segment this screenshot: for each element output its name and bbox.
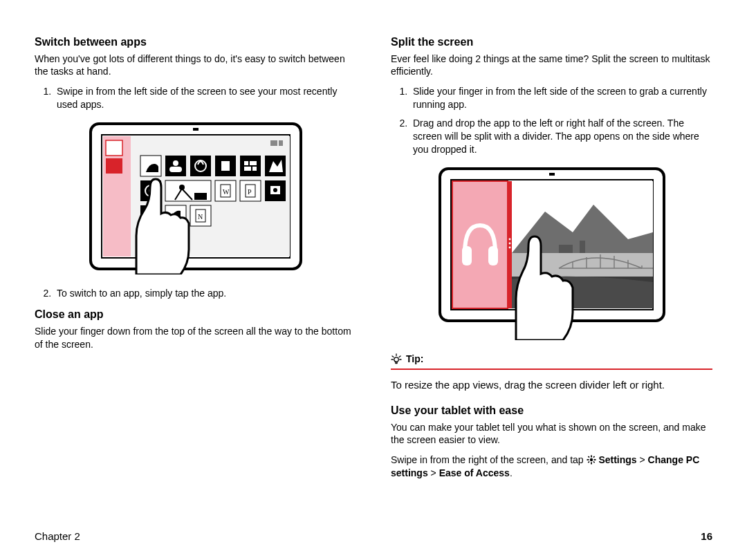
svg-rect-17	[240, 156, 261, 176]
svg-point-37	[273, 188, 277, 192]
gear-icon	[587, 455, 596, 465]
svg-rect-2	[193, 128, 199, 131]
heading-close-app: Close an app	[35, 307, 356, 322]
svg-rect-56	[559, 245, 573, 254]
svg-rect-79	[593, 459, 596, 460]
svg-rect-81	[593, 461, 595, 463]
figure-split-screen	[434, 163, 670, 340]
svg-rect-49	[488, 246, 498, 265]
tip-icon	[391, 353, 402, 364]
svg-point-51	[508, 238, 510, 240]
svg-rect-77	[591, 463, 592, 465]
tip-divider	[391, 368, 712, 370]
svg-point-53	[508, 246, 510, 248]
svg-rect-8	[279, 140, 283, 146]
step-tap-app: To switch to an app, simply tap the app.	[54, 287, 356, 300]
svg-line-70	[399, 356, 400, 357]
svg-rect-48	[462, 246, 472, 265]
svg-line-69	[392, 356, 394, 357]
svg-rect-80	[587, 456, 589, 458]
svg-rect-18	[244, 161, 248, 165]
tip-label: Tip:	[406, 353, 423, 366]
page-number: 16	[701, 530, 712, 542]
svg-rect-28	[194, 193, 207, 200]
bold-settings: Settings	[598, 454, 636, 465]
figure-switch-apps: W P N	[85, 118, 306, 274]
bold-ease-access: Ease of Access	[439, 467, 510, 478]
tip-heading: Tip:	[391, 353, 712, 366]
svg-rect-57	[580, 241, 585, 254]
svg-rect-16	[221, 161, 230, 171]
heading-switch-apps: Switch between apps	[35, 35, 356, 50]
svg-rect-83	[587, 461, 589, 463]
chapter-label: Chapter 2	[35, 530, 80, 542]
para-ease-intro: You can make your tablet tell you what i…	[391, 421, 712, 447]
svg-text:P: P	[248, 188, 252, 196]
page-footer: Chapter 2 16	[35, 530, 712, 542]
svg-rect-46	[452, 181, 508, 308]
svg-rect-76	[591, 456, 592, 458]
svg-text:W: W	[223, 188, 230, 196]
para-switch-intro: When you've got lots of different things…	[35, 53, 356, 79]
step-slide-grab: Slide your finger in from the left side …	[410, 85, 712, 111]
svg-rect-5	[106, 158, 122, 174]
para-ease-path: Swipe in from the right of the screen, a…	[391, 454, 712, 480]
svg-rect-45	[549, 173, 555, 176]
svg-rect-12	[169, 167, 182, 172]
svg-rect-20	[244, 167, 251, 171]
tip-body: To resize the app views, drag the screen…	[391, 378, 712, 392]
left-column: Switch between apps When you've got lots…	[35, 35, 356, 519]
para-split-intro: Ever feel like doing 2 things at the sam…	[391, 53, 712, 79]
svg-rect-82	[593, 456, 595, 458]
svg-rect-50	[508, 181, 512, 308]
svg-rect-4	[106, 140, 122, 156]
step-swipe-left: Swipe in from the left side of the scree…	[54, 85, 356, 111]
heading-split-screen: Split the screen	[391, 35, 712, 50]
svg-text:N: N	[198, 213, 203, 221]
svg-point-11	[173, 160, 178, 166]
svg-rect-7	[270, 140, 277, 146]
svg-rect-19	[250, 161, 257, 165]
para-close-app: Slide your finger down from the top of t…	[35, 325, 356, 351]
heading-ease: Use your tablet with ease	[391, 403, 712, 418]
step-drag-drop: Drag and drop the app to the left or rig…	[410, 117, 712, 156]
right-column: Split the screen Ever feel like doing 2 …	[391, 35, 712, 519]
svg-rect-21	[252, 167, 257, 171]
svg-point-75	[589, 458, 592, 461]
svg-rect-78	[587, 459, 589, 460]
svg-point-67	[394, 357, 398, 362]
svg-point-52	[508, 242, 510, 244]
svg-rect-13	[190, 156, 211, 176]
